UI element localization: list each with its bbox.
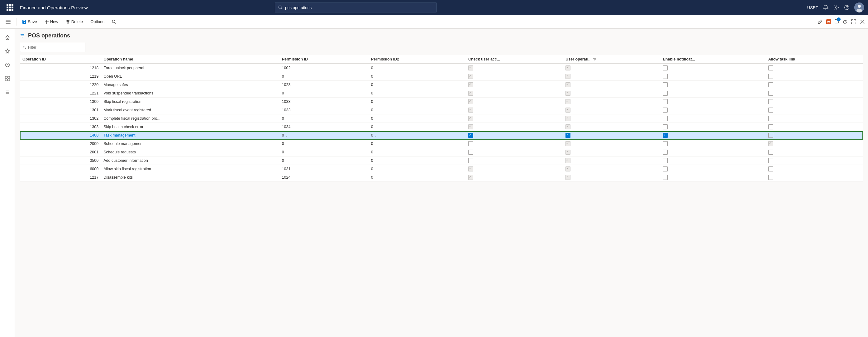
col-header-operation-id[interactable]: Operation ID ↑ — [20, 55, 101, 64]
col-header-permission-id[interactable]: Permission ID — [279, 55, 369, 64]
checkbox[interactable] — [565, 116, 570, 121]
office-icon[interactable]: W — [826, 19, 832, 25]
checkbox[interactable] — [468, 91, 473, 96]
checkbox[interactable] — [468, 116, 473, 121]
search-button[interactable] — [109, 19, 119, 25]
col-header-operation-name[interactable]: Operation name — [101, 55, 279, 64]
sidebar-item-favorites[interactable] — [1, 45, 14, 57]
checkbox[interactable] — [663, 133, 668, 138]
table-row[interactable]: 3500Add customer information00 — [20, 156, 863, 165]
checkbox[interactable] — [768, 133, 773, 138]
table-row[interactable]: 1301Mark fiscal event registered10330 — [20, 106, 863, 115]
global-search[interactable]: pos operations — [275, 2, 437, 12]
checkbox[interactable] — [565, 99, 570, 104]
checkbox[interactable] — [565, 65, 570, 70]
hamburger-sidebar-toggle[interactable] — [2, 18, 14, 26]
checkbox[interactable] — [468, 133, 473, 138]
checkbox[interactable] — [468, 99, 473, 104]
refresh-icon[interactable] — [842, 19, 848, 25]
checkbox[interactable] — [768, 65, 773, 70]
checkbox[interactable] — [663, 166, 668, 172]
options-button[interactable]: Options — [87, 18, 107, 25]
checkbox[interactable] — [663, 99, 668, 104]
checkbox[interactable] — [663, 150, 668, 155]
filter-icon[interactable] — [20, 33, 25, 38]
col-header-user-operati[interactable]: User operati... — [563, 55, 660, 64]
table-row[interactable]: 1221Void suspended transactions00 — [20, 89, 863, 98]
search-input[interactable]: pos operations — [285, 5, 433, 10]
checkbox[interactable] — [565, 150, 570, 155]
checkbox[interactable] — [565, 91, 570, 96]
checkbox[interactable] — [768, 166, 773, 172]
hamburger-menu-icon[interactable] — [4, 1, 16, 14]
checkbox[interactable] — [768, 124, 773, 129]
table-row[interactable]: 1217Disassemble kits10240 — [20, 173, 863, 182]
sidebar-item-workspace[interactable] — [1, 72, 14, 85]
checkbox[interactable] — [565, 133, 570, 138]
checkbox[interactable] — [468, 108, 473, 113]
checkbox[interactable] — [768, 150, 773, 155]
col-header-permission-id2[interactable]: Permission ID2 — [369, 55, 466, 64]
checkbox[interactable] — [663, 82, 668, 87]
dropdown-arrow-2[interactable]: ⌄ — [374, 134, 377, 137]
close-icon[interactable] — [859, 19, 866, 25]
sidebar-item-list[interactable] — [1, 86, 14, 98]
col-header-enable-notificat[interactable]: Enable notificat... — [660, 55, 766, 64]
checkbox[interactable] — [468, 74, 473, 79]
sidebar-item-home[interactable] — [1, 31, 14, 44]
table-row[interactable]: 2000Schedule management00 — [20, 140, 863, 148]
expand-icon[interactable] — [850, 19, 857, 25]
checkbox[interactable] — [663, 108, 668, 113]
new-button[interactable]: New — [41, 18, 61, 25]
checkbox[interactable] — [468, 175, 473, 180]
checkbox[interactable] — [768, 74, 773, 79]
checkbox[interactable] — [768, 99, 773, 104]
checkbox[interactable] — [468, 158, 473, 163]
avatar[interactable] — [854, 2, 864, 12]
checkbox[interactable] — [663, 91, 668, 96]
settings-icon[interactable] — [833, 4, 839, 10]
save-button[interactable]: Save — [19, 18, 40, 25]
checkbox[interactable] — [468, 124, 473, 129]
delete-button[interactable]: Delete — [63, 18, 86, 25]
checkbox[interactable] — [663, 141, 668, 146]
checkbox[interactable] — [565, 158, 570, 163]
checkbox[interactable] — [565, 141, 570, 146]
checkbox[interactable] — [565, 166, 570, 172]
table-row[interactable]: 1219Open URL00 — [20, 72, 863, 81]
column-filter-icon[interactable] — [593, 57, 597, 61]
checkbox[interactable] — [468, 150, 473, 155]
checkbox[interactable] — [468, 141, 473, 146]
checkbox[interactable] — [565, 175, 570, 180]
dropdown-arrow[interactable]: ⌄ — [285, 134, 288, 137]
table-row[interactable]: 1220Manage safes10230 — [20, 81, 863, 89]
notifications-icon[interactable] — [823, 4, 829, 10]
checkbox[interactable] — [663, 74, 668, 79]
table-row[interactable]: 1218Force unlock peripheral10020 — [20, 64, 863, 72]
table-row[interactable]: 1303Skip health check error10340 — [20, 123, 863, 131]
checkbox[interactable] — [663, 65, 668, 70]
checkbox[interactable] — [768, 108, 773, 113]
badge-icon[interactable]: 0 — [834, 19, 839, 25]
checkbox[interactable] — [468, 166, 473, 172]
table-row[interactable]: 1400Task management0⌄0⌄ — [20, 131, 863, 140]
table-row[interactable]: 2001Schedule requests00 — [20, 148, 863, 156]
col-header-allow-task-link[interactable]: Allow task link — [766, 55, 863, 64]
table-row[interactable]: 1300Skip fiscal registration10330 — [20, 98, 863, 106]
sidebar-item-recent[interactable] — [1, 59, 14, 71]
table-row[interactable]: 6000Allow skip fiscal registration10310 — [20, 165, 863, 173]
checkbox[interactable] — [768, 175, 773, 180]
checkbox[interactable] — [768, 158, 773, 163]
checkbox[interactable] — [663, 175, 668, 180]
checkbox[interactable] — [768, 91, 773, 96]
linked-icon[interactable] — [817, 19, 823, 25]
checkbox[interactable] — [468, 82, 473, 87]
checkbox[interactable] — [565, 82, 570, 87]
filter-input[interactable] — [28, 45, 83, 50]
col-header-check-user-acc[interactable]: Check user acc... — [466, 55, 563, 64]
checkbox[interactable] — [663, 116, 668, 121]
checkbox[interactable] — [663, 158, 668, 163]
checkbox[interactable] — [768, 116, 773, 121]
checkbox[interactable] — [663, 124, 668, 129]
checkbox[interactable] — [768, 141, 773, 146]
